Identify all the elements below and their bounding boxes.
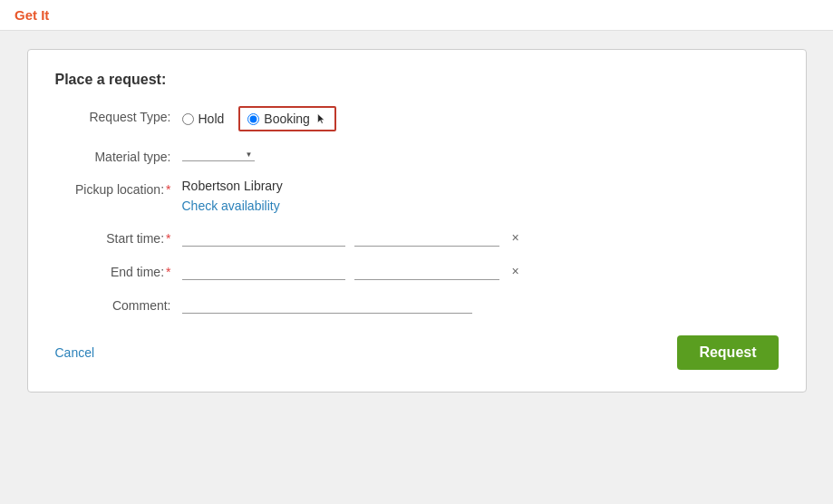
- material-type-row: Material type: ▼: [55, 146, 779, 164]
- pickup-location-value: Robertson Library: [182, 179, 283, 193]
- booking-radio[interactable]: [247, 113, 259, 125]
- pickup-location-control: Robertson Library Check availability: [182, 179, 779, 213]
- comment-input[interactable]: [182, 295, 472, 314]
- start-date-input[interactable]: [182, 228, 345, 247]
- comment-control: [182, 295, 779, 314]
- page-header: Get It: [0, 0, 833, 31]
- end-time-clear-button[interactable]: ×: [509, 264, 523, 278]
- dialog-box: Place a request: Request Type: Hold Book…: [27, 49, 807, 393]
- end-time-label: End time:*: [55, 261, 182, 279]
- booking-label: Booking: [264, 111, 310, 126]
- check-availability-link[interactable]: Check availability: [182, 199, 283, 213]
- end-time-input[interactable]: [354, 261, 499, 280]
- booking-option[interactable]: Booking: [247, 111, 310, 126]
- request-type-label: Request Type:: [55, 106, 182, 124]
- end-time-inputs: ×: [182, 261, 779, 280]
- end-date-input[interactable]: [182, 261, 345, 280]
- required-star: *: [166, 182, 170, 197]
- material-type-control: ▼: [182, 146, 779, 161]
- end-time-row: End time:* ×: [55, 261, 779, 280]
- start-time-control: ×: [182, 228, 779, 247]
- booking-option-wrapper: Booking: [238, 106, 336, 131]
- pickup-location-row: Pickup location:* Robertson Library Chec…: [55, 179, 779, 213]
- radio-group: Hold Booking: [182, 106, 336, 131]
- get-it-link[interactable]: Get It: [15, 7, 49, 23]
- hold-label: Hold: [199, 111, 225, 126]
- comment-label: Comment:: [55, 295, 182, 313]
- required-star-start: *: [166, 231, 170, 246]
- start-time-row: Start time:* ×: [55, 228, 779, 247]
- request-type-control: Hold Booking: [182, 106, 779, 131]
- start-time-label: Start time:*: [55, 228, 182, 246]
- material-type-select[interactable]: [182, 146, 255, 161]
- hold-option[interactable]: Hold: [182, 111, 225, 126]
- dialog-title: Place a request:: [55, 72, 779, 88]
- comment-row: Comment:: [55, 295, 779, 314]
- material-type-label: Material type:: [55, 146, 182, 164]
- hold-radio[interactable]: [182, 113, 194, 125]
- cancel-link[interactable]: Cancel: [55, 345, 95, 360]
- request-button[interactable]: Request: [677, 335, 778, 370]
- required-star-end: *: [166, 265, 170, 279]
- pickup-location-label: Pickup location:*: [55, 179, 182, 197]
- cursor-icon: [316, 113, 327, 124]
- end-time-control: ×: [182, 261, 779, 280]
- request-type-row: Request Type: Hold Booking: [55, 106, 779, 131]
- start-time-clear-button[interactable]: ×: [509, 230, 523, 245]
- material-type-select-wrapper: ▼: [182, 146, 255, 161]
- start-time-inputs: ×: [182, 228, 779, 247]
- dialog-footer: Cancel Request: [55, 335, 779, 370]
- start-time-input[interactable]: [354, 228, 499, 247]
- page-content: Place a request: Request Type: Hold Book…: [0, 31, 833, 411]
- pickup-block: Robertson Library Check availability: [182, 179, 283, 213]
